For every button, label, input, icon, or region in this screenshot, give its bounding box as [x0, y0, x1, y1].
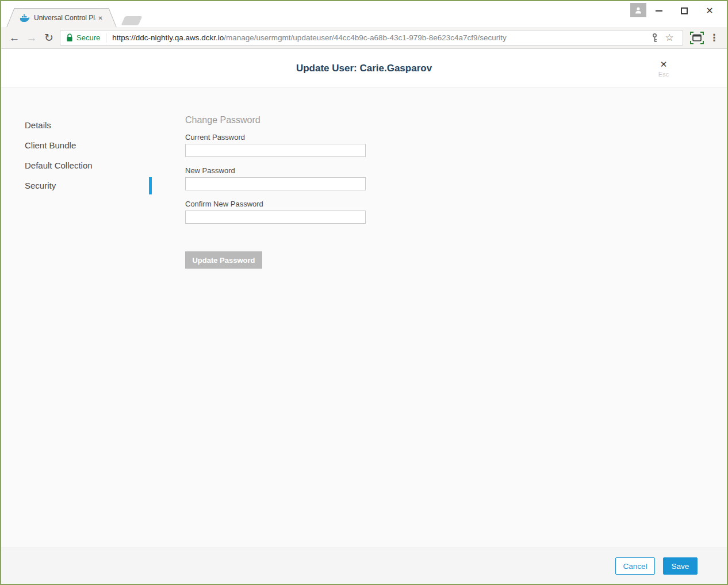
page-title: Update User: Carie.Gasparov — [1, 63, 727, 74]
update-password-button[interactable]: Update Password — [185, 251, 262, 269]
reload-button[interactable]: ↻ — [40, 29, 58, 47]
url-text: https://ddc-nightly.qa.aws.dckr.io/manag… — [112, 33, 507, 42]
new-password-field-group: New Password — [185, 166, 366, 190]
new-password-input[interactable] — [185, 177, 366, 190]
forward-button[interactable]: → — [23, 29, 40, 47]
secure-label: Secure — [76, 33, 100, 42]
password-key-icon[interactable] — [647, 30, 662, 45]
new-tab-button[interactable] — [121, 16, 142, 25]
modal-close-button[interactable]: ✕ Esc — [655, 60, 672, 78]
modal-content: Details Client Bundle Default Collection… — [1, 87, 727, 548]
browser-tab[interactable]: Universal Control Plane ✕ — [15, 8, 108, 27]
minimize-icon — [656, 10, 662, 12]
new-password-label: New Password — [185, 166, 366, 175]
profile-icon[interactable] — [630, 3, 646, 17]
sidebar-item-default-collection[interactable]: Default Collection — [1, 155, 152, 175]
docker-whale-favicon — [20, 14, 29, 22]
bookmark-star-icon[interactable]: ☆ — [662, 30, 677, 45]
back-button[interactable]: ← — [6, 29, 23, 47]
modal-header: Update User: Carie.Gasparov ✕ Esc — [1, 49, 727, 87]
confirm-new-password-field-group: Confirm New Password — [185, 200, 366, 224]
minimize-button[interactable] — [646, 2, 672, 20]
window-close-icon: ✕ — [706, 6, 713, 16]
browser-toolbar: ← → ↻ Secure https://ddc-nightly.qa.aws.… — [1, 27, 727, 49]
maximize-icon — [681, 7, 688, 14]
sidebar-item-security[interactable]: Security — [1, 175, 152, 196]
confirm-new-password-label: Confirm New Password — [185, 200, 366, 208]
maximize-button[interactable] — [672, 2, 697, 20]
sidebar-item-client-bundle[interactable]: Client Bundle — [1, 135, 152, 155]
current-password-field-group: Current Password — [185, 133, 366, 157]
url-host: https://ddc-nightly.qa.aws.dckr.io — [112, 33, 224, 42]
change-password-form: Change Password Current Password New Pas… — [185, 87, 366, 548]
url-separator — [106, 33, 106, 43]
close-window-button[interactable]: ✕ — [697, 2, 722, 20]
url-path: /manage/usermgmt/updateuser/44cc4b9c-a68… — [224, 33, 507, 42]
cancel-button[interactable]: Cancel — [615, 557, 655, 575]
tab-close-icon[interactable]: ✕ — [95, 13, 106, 23]
window-controls: ✕ — [646, 2, 722, 20]
sidebar: Details Client Bundle Default Collection… — [1, 87, 152, 548]
titlebar: Universal Control Plane ✕ ✕ — [1, 1, 727, 27]
browser-window: Universal Control Plane ✕ ✕ ← → ↻ Secure — [1, 1, 727, 584]
modal-close-icon: ✕ — [660, 60, 668, 68]
form-heading: Change Password — [185, 115, 366, 125]
screen-capture-extension-icon[interactable] — [688, 29, 706, 47]
modal-footer: Cancel Save — [1, 548, 727, 584]
sidebar-item-details[interactable]: Details — [1, 115, 152, 135]
esc-label: Esc — [658, 71, 669, 78]
secure-lock-icon — [66, 33, 73, 42]
address-bar[interactable]: Secure https://ddc-nightly.qa.aws.dckr.i… — [60, 30, 683, 46]
browser-menu-icon[interactable]: ⋮ — [706, 29, 722, 47]
current-password-input[interactable] — [185, 144, 366, 157]
confirm-new-password-input[interactable] — [185, 211, 366, 224]
current-password-label: Current Password — [185, 133, 366, 142]
tab-title: Universal Control Plane — [34, 14, 95, 22]
save-button[interactable]: Save — [663, 557, 698, 575]
